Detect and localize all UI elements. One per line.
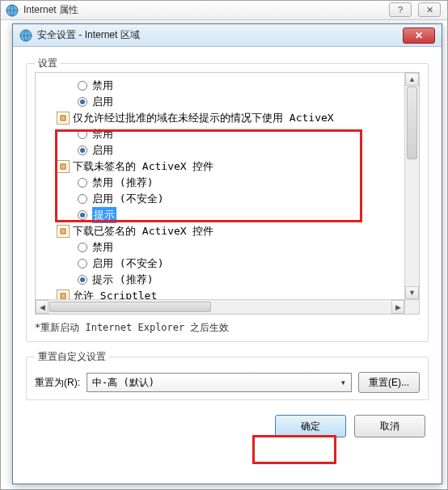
dialog-buttons: 确定 取消 bbox=[26, 415, 429, 437]
scroll-left-arrow-icon[interactable]: ◀ bbox=[36, 300, 49, 314]
child-close-button[interactable]: ✕ bbox=[403, 27, 435, 44]
parent-window: Internet 属性 ? ✕ 安全设置 - Internet 区域 ✕ 设置 … bbox=[0, 0, 448, 490]
globe-icon bbox=[6, 4, 19, 17]
reset-row: 重置为(R): 中-高 (默认) 重置(E)... bbox=[35, 372, 420, 393]
reset-combo-value: 中-高 (默认) bbox=[92, 376, 154, 390]
vertical-scrollbar[interactable]: ▲ ▼ bbox=[404, 73, 419, 299]
tree-item-label: 启用 (不安全) bbox=[92, 256, 163, 272]
radio-icon bbox=[76, 241, 89, 254]
radio-icon bbox=[76, 273, 89, 286]
scroll-right-arrow-icon[interactable]: ▶ bbox=[391, 300, 404, 314]
scroll-down-arrow-icon[interactable]: ▼ bbox=[405, 286, 419, 299]
activex-category-icon bbox=[57, 160, 70, 173]
activex-category-icon bbox=[57, 112, 70, 125]
parent-window-title: Internet 属性 bbox=[23, 3, 442, 17]
radio-icon bbox=[76, 128, 89, 141]
tree-radio-option[interactable]: 提示 bbox=[36, 207, 404, 223]
tree-item-label: 禁用 bbox=[92, 78, 113, 94]
settings-label: 设置 bbox=[35, 57, 61, 70]
tree-radio-option[interactable]: 启用 bbox=[36, 142, 404, 158]
child-titlebar: 安全设置 - Internet 区域 ✕ bbox=[13, 24, 442, 47]
radio-icon bbox=[76, 79, 89, 92]
tree-item-label: 提示 bbox=[92, 207, 116, 223]
tree-item-label: 启用 (不安全) bbox=[92, 191, 163, 207]
settings-tree-container: 禁用启用仅允许经过批准的域在未经提示的情况下使用 ActiveX禁用启用下载未签… bbox=[35, 72, 420, 315]
radio-icon bbox=[76, 144, 89, 157]
tree-item-label: 允许 Scriptlet bbox=[73, 288, 157, 299]
tree-category: 仅允许经过批准的域在未经提示的情况下使用 ActiveX bbox=[36, 110, 404, 126]
tree-item-label: 下载未签名的 ActiveX 控件 bbox=[73, 158, 213, 175]
reset-groupbox: 重置自定义设置 重置为(R): 中-高 (默认) 重置(E)... bbox=[26, 357, 429, 400]
activex-category-icon bbox=[57, 289, 70, 299]
tree-radio-option[interactable]: 禁用 bbox=[36, 239, 404, 256]
settings-tree: 禁用启用仅允许经过批准的域在未经提示的情况下使用 ActiveX禁用启用下载未签… bbox=[36, 78, 404, 299]
tree-item-label: 启用 bbox=[92, 142, 113, 158]
radio-icon bbox=[76, 257, 89, 270]
settings-groupbox: 设置 禁用启用仅允许经过批准的域在未经提示的情况下使用 ActiveX禁用启用下… bbox=[26, 63, 429, 342]
tree-category: 下载已签名的 ActiveX 控件 bbox=[36, 223, 404, 239]
tree-item-label: 下载已签名的 ActiveX 控件 bbox=[73, 223, 213, 239]
reset-level-combo[interactable]: 中-高 (默认) bbox=[87, 373, 352, 392]
tree-item-label: 禁用 bbox=[92, 239, 113, 256]
tree-item-label: 禁用 bbox=[92, 126, 113, 142]
reset-group-label: 重置自定义设置 bbox=[35, 350, 109, 364]
tree-item-label: 提示 (推荐) bbox=[92, 272, 153, 288]
tree-item-label: 禁用 (推荐) bbox=[92, 175, 153, 191]
globe-icon bbox=[19, 29, 32, 42]
child-window-title: 安全设置 - Internet 区域 bbox=[37, 28, 398, 42]
reset-label: 重置为(R): bbox=[35, 376, 80, 390]
parent-window-controls: ? ✕ bbox=[389, 2, 441, 17]
parent-titlebar: Internet 属性 bbox=[1, 1, 447, 20]
dialog-body: 设置 禁用启用仅允许经过批准的域在未经提示的情况下使用 ActiveX禁用启用下… bbox=[13, 47, 442, 446]
cancel-button[interactable]: 取消 bbox=[354, 415, 425, 437]
tree-radio-option[interactable]: 启用 bbox=[36, 94, 404, 110]
ok-button[interactable]: 确定 bbox=[275, 415, 346, 437]
scroll-corner bbox=[404, 299, 419, 314]
tree-category: 下载未签名的 ActiveX 控件 bbox=[36, 158, 404, 175]
tree-radio-option[interactable]: 提示 (推荐) bbox=[36, 272, 404, 288]
close-button[interactable]: ✕ bbox=[418, 2, 441, 17]
tree-radio-option[interactable]: 禁用 bbox=[36, 126, 404, 142]
reset-button[interactable]: 重置(E)... bbox=[358, 372, 420, 393]
tree-radio-option[interactable]: 禁用 bbox=[36, 78, 404, 94]
tree-radio-option[interactable]: 启用 (不安全) bbox=[36, 256, 404, 272]
scroll-up-arrow-icon[interactable]: ▲ bbox=[405, 73, 419, 86]
radio-icon bbox=[76, 192, 89, 205]
tree-item-label: 仅允许经过批准的域在未经提示的情况下使用 ActiveX bbox=[73, 110, 334, 126]
tree-item-label: 启用 bbox=[92, 94, 113, 110]
tree-radio-option[interactable]: 启用 (不安全) bbox=[36, 191, 404, 207]
radio-icon bbox=[76, 209, 89, 222]
help-button[interactable]: ? bbox=[389, 2, 412, 17]
tree-radio-option[interactable]: 禁用 (推荐) bbox=[36, 175, 404, 191]
horizontal-scroll-thumb[interactable] bbox=[49, 302, 211, 312]
settings-tree-scroll[interactable]: 禁用启用仅允许经过批准的域在未经提示的情况下使用 ActiveX禁用启用下载未签… bbox=[36, 73, 404, 299]
horizontal-scrollbar[interactable]: ◀ ▶ bbox=[36, 299, 404, 314]
restart-note: *重新启动 Internet Explorer 之后生效 bbox=[35, 321, 420, 335]
radio-icon bbox=[76, 95, 89, 108]
tree-category: 允许 Scriptlet bbox=[36, 288, 404, 299]
activex-category-icon bbox=[57, 225, 70, 238]
vertical-scroll-thumb[interactable] bbox=[407, 87, 417, 159]
security-settings-dialog: 安全设置 - Internet 区域 ✕ 设置 禁用启用仅允许经过批准的域在未经… bbox=[12, 23, 442, 484]
radio-icon bbox=[76, 176, 89, 189]
